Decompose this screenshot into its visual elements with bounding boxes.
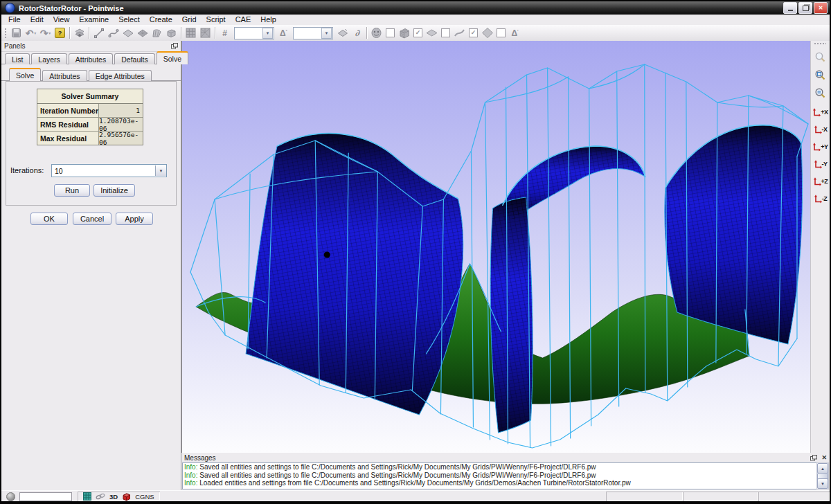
create-domain-button[interactable] — [120, 26, 135, 40]
float-icon[interactable] — [810, 455, 817, 461]
dimension-combo[interactable]: ▼ — [234, 27, 274, 39]
create-spline-button[interactable] — [106, 26, 120, 40]
toolbar-grip[interactable] — [4, 28, 8, 39]
tab-defaults[interactable]: Defaults — [114, 53, 155, 64]
mask-database-checkbox[interactable] — [497, 28, 506, 37]
apply-button[interactable]: Apply — [116, 213, 153, 225]
status-cell-empty — [683, 492, 758, 501]
panels-title: Panels — [4, 42, 26, 50]
mask-block-button[interactable] — [397, 26, 411, 40]
subtab-attributes[interactable]: Attributes — [42, 70, 87, 81]
layer-manager-button[interactable] — [72, 26, 87, 40]
zoom-box-icon — [814, 69, 826, 81]
spacing-button[interactable]: Δ° — [276, 26, 291, 40]
dimension-button[interactable]: # — [217, 26, 232, 40]
menu-script[interactable]: Script — [202, 15, 231, 25]
application-window: RotorStatorRotor - Pointwise ✕ File Edit… — [0, 0, 831, 504]
menu-examine[interactable]: Examine — [74, 15, 114, 25]
view-minus-z-button[interactable]: -Z — [812, 191, 829, 206]
solve-structured-button[interactable] — [184, 26, 198, 40]
display-viewport[interactable] — [181, 41, 812, 453]
derivative-button[interactable]: ∂ — [350, 26, 364, 40]
panels-header: Panels — [1, 41, 181, 52]
distribute-icon — [337, 28, 349, 39]
menu-grid[interactable]: Grid — [177, 15, 202, 25]
mode-cell: 3D CGNS — [78, 492, 160, 501]
list-item: Info: Loaded entities and settings from … — [183, 479, 818, 487]
mask-face-icon — [370, 27, 382, 39]
axis-icon — [812, 143, 821, 152]
link-icon — [96, 493, 105, 500]
create-trim-button[interactable] — [150, 26, 164, 40]
subtab-solve[interactable]: Solve — [9, 68, 41, 81]
cae-solver-name: CGNS — [135, 493, 154, 501]
view-minus-x-button[interactable]: -X — [812, 122, 829, 137]
menu-help[interactable]: Help — [256, 15, 281, 25]
view-plus-x-button[interactable]: +X — [812, 105, 829, 120]
view-minus-y-button[interactable]: -Y — [812, 156, 829, 172]
iterations-input[interactable]: 10 ▼ — [51, 164, 167, 177]
mask-spacing-button[interactable]: Δ′ — [508, 26, 522, 40]
zoom-equal-icon — [814, 87, 826, 99]
ok-button[interactable]: OK — [30, 213, 68, 225]
zoom-button[interactable] — [812, 49, 828, 64]
tab-list[interactable]: List — [5, 53, 30, 64]
redo-button[interactable]: ↷▾ — [38, 26, 53, 40]
mask-face-button[interactable] — [369, 26, 384, 40]
mask-connector-button[interactable] — [452, 26, 467, 40]
create-2pt-connector-button[interactable] — [91, 26, 106, 40]
panels-dock: Panels List Layers Attributes Defaults S… — [1, 41, 181, 490]
minimize-button[interactable] — [783, 2, 797, 14]
scroll-down-icon[interactable]: ▼ — [817, 478, 828, 489]
help-icon: ? — [55, 28, 65, 38]
mask-database-button[interactable] — [480, 26, 494, 40]
messages-header: Messages ✕ — [181, 453, 830, 462]
solve-unstructured-button[interactable] — [198, 26, 213, 40]
close-button[interactable]: ✕ — [814, 2, 828, 14]
float-icon[interactable] — [171, 43, 178, 49]
menu-cae[interactable]: CAE — [231, 15, 256, 25]
menu-select[interactable]: Select — [114, 15, 145, 25]
initialize-button[interactable]: Initialize — [93, 184, 135, 197]
cancel-button[interactable]: Cancel — [73, 213, 111, 225]
save-button[interactable] — [9, 26, 24, 40]
spinner-icon[interactable]: ▼ — [155, 165, 166, 176]
structured-domain-icon — [136, 28, 149, 39]
chevron-down-icon[interactable]: ▼ — [321, 28, 332, 39]
run-button[interactable]: Run — [54, 184, 90, 197]
view-toolbar-grip[interactable] — [814, 42, 826, 46]
view-plus-y-button[interactable]: +Y — [812, 139, 829, 154]
trim-surface-icon — [151, 28, 163, 39]
create-block-button[interactable] — [164, 26, 179, 40]
menu-view[interactable]: View — [48, 15, 75, 25]
tab-layers[interactable]: Layers — [31, 53, 67, 64]
tab-solve[interactable]: Solve — [157, 51, 188, 64]
subtab-edge-attributes[interactable]: Edge Attributes — [89, 70, 152, 81]
mask-block-checkbox[interactable]: ✓ — [413, 28, 422, 37]
distribute-button[interactable] — [335, 26, 350, 40]
menu-edit[interactable]: Edit — [26, 15, 48, 25]
undo-button[interactable]: ↶▾ — [24, 26, 38, 40]
table-row: Iteration Number 1 — [37, 104, 143, 118]
mask-face-checkbox[interactable] — [386, 28, 395, 37]
mask-connector-checkbox[interactable]: ✓ — [469, 28, 478, 37]
menu-file[interactable]: File — [3, 15, 26, 25]
mask-domain-checkbox[interactable] — [441, 28, 450, 37]
restore-button[interactable] — [798, 2, 812, 14]
mask-connector-icon — [454, 28, 465, 38]
chevron-down-icon[interactable]: ▼ — [262, 28, 273, 39]
scroll-up-icon[interactable]: ▲ — [817, 463, 828, 474]
help-button[interactable]: ? — [53, 26, 67, 40]
spacing-combo[interactable]: ▼ — [293, 27, 333, 39]
zoom-box-button[interactable] — [812, 67, 828, 82]
messages-scrollbar[interactable]: ▲ ▼ — [816, 462, 829, 489]
mask-block-icon — [397, 27, 411, 39]
zoom-equal-button[interactable] — [812, 85, 828, 100]
tab-attributes[interactable]: Attributes — [69, 53, 113, 64]
create-structured-domain-button[interactable] — [135, 26, 150, 40]
close-icon[interactable]: ✕ — [821, 454, 827, 461]
mask-domain-button[interactable] — [425, 26, 439, 40]
menu-create[interactable]: Create — [145, 15, 177, 25]
messages-list[interactable]: Info: Saved all entities and settings to… — [182, 462, 818, 489]
view-plus-z-button[interactable]: +Z — [812, 174, 829, 189]
